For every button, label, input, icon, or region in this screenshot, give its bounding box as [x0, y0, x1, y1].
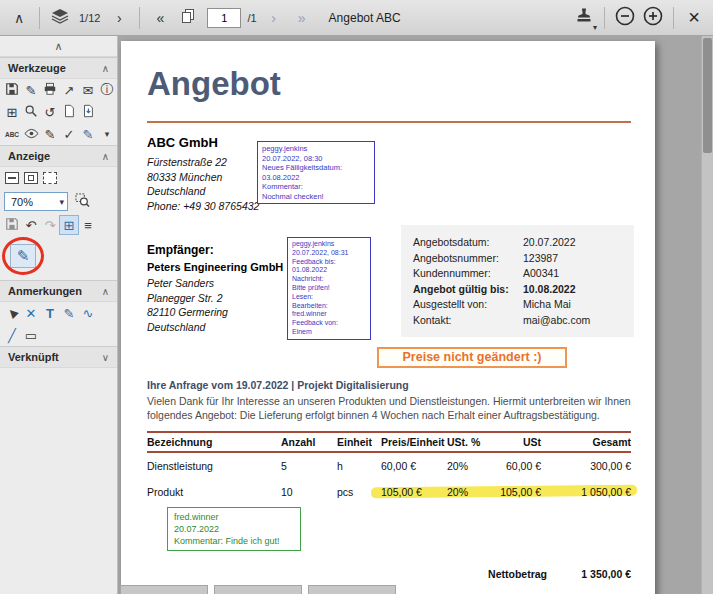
table-cell: Dienstleistung: [147, 460, 281, 472]
signature-button[interactable]: ✎: [79, 125, 97, 143]
more-tools-button[interactable]: ▾: [98, 125, 116, 143]
sidebar-collapse-button[interactable]: ∧: [0, 36, 117, 57]
recipient-line: Peter Sanders: [147, 276, 283, 291]
note-line: Lesen:: [292, 293, 366, 302]
zoom-out-button[interactable]: [612, 5, 638, 31]
section-header-anmerkungen[interactable]: Anmerkungen ∧: [0, 280, 117, 302]
next-annotation-button[interactable]: ›: [106, 5, 132, 31]
search-button[interactable]: [22, 103, 40, 121]
fit-width-button[interactable]: [3, 169, 21, 187]
bottom-bar-segment[interactable]: [214, 585, 302, 594]
toolbar-separator: [139, 7, 140, 29]
undo-button[interactable]: ↶: [22, 216, 40, 234]
panels-button[interactable]: [47, 5, 73, 31]
page-button[interactable]: [60, 103, 78, 121]
pen-icon: ✎: [64, 306, 75, 321]
info-value: 10.08.2022: [523, 282, 576, 298]
page-export-button[interactable]: [79, 103, 97, 121]
net-total-label: Nettobetrag: [147, 568, 547, 580]
bottom-bar-segment[interactable]: [308, 585, 396, 594]
last-page-button[interactable]: »: [289, 5, 315, 31]
chevron-right-icon: ›: [117, 10, 122, 26]
tools-row-2: ⊞ ↺: [0, 101, 117, 123]
recipient-block: Empfänger: Peters Engineering GmbH Peter…: [147, 243, 283, 334]
note-line: 03.08.2022: [262, 173, 370, 183]
section-header-werkzeuge[interactable]: Werkzeuge ∧: [0, 57, 117, 79]
text-box-annotation[interactable]: Preise nicht geändert :): [377, 347, 567, 368]
preview-button[interactable]: [22, 125, 40, 143]
stamp-button[interactable]: ▾: [571, 5, 597, 31]
toolbar-separator: [673, 7, 674, 29]
text-annotation-button[interactable]: T: [41, 304, 59, 322]
line-icon: ╱: [8, 328, 16, 343]
edit-annotation-tool[interactable]: ✎: [10, 244, 36, 268]
view-row-1: [0, 167, 117, 189]
note-line: Kommentar:: [262, 182, 370, 192]
comment-annotation-green[interactable]: fred.winner 20.07.2022 Kommentar: Finde …: [167, 507, 301, 551]
section-label: Verknüpft: [8, 351, 59, 363]
edit-button[interactable]: ✎: [22, 81, 40, 99]
rotate-button[interactable]: ↺: [41, 103, 59, 121]
empty-cell: [98, 216, 116, 234]
offer-table: Bezeichnung Anzahl Einheit Preis/Einheit…: [147, 431, 631, 505]
bottom-bar: [120, 585, 396, 594]
info-label: Angebot gültig bis:: [413, 282, 523, 298]
export-arrow-icon: ↗: [64, 83, 75, 98]
collapse-toolbar-button[interactable]: ∧: [6, 5, 32, 31]
zoom-in-button[interactable]: [640, 5, 666, 31]
tile-view-button[interactable]: ⊞: [3, 103, 21, 121]
document-viewer: Angebot ABC GmbH Fürstenstraße 22 80333 …: [118, 36, 713, 594]
redo-button[interactable]: ↷: [41, 216, 59, 234]
select-tool-button[interactable]: ▶: [3, 304, 21, 322]
pen-annotation-button[interactable]: ✎: [60, 304, 78, 322]
sticky-note-annotation-2[interactable]: peggy.jenkins 20.07.2022, 08:31 Feedback…: [287, 237, 371, 340]
print-button[interactable]: [41, 81, 59, 99]
note-line: Nachricht:: [292, 275, 366, 284]
zoom-select[interactable]: 70% ▾: [4, 192, 68, 211]
chevron-up-icon: ∧: [102, 286, 109, 297]
table-cell: 20%: [447, 460, 497, 472]
offer-info-box: Angebotsdatum: 20.07.2022 Angebotsnummer…: [401, 225, 634, 337]
left-sidebar: ∧ Werkzeuge ∧ ✎ ↗ ✉ ⓘ ⊞ ↺ ABC: [0, 36, 118, 594]
bottom-bar-segment[interactable]: [120, 585, 208, 594]
info-button[interactable]: ⓘ: [98, 81, 116, 99]
snap-grid-button[interactable]: ⊞: [60, 216, 78, 234]
sticky-note-annotation-1[interactable]: peggy.jenkins 20.07.2022, 08:30 Neues Fä…: [257, 141, 375, 204]
sender-line: Deutschland: [147, 184, 259, 199]
close-icon: ×: [688, 6, 700, 29]
fit-visible-button[interactable]: [41, 169, 59, 187]
rectangle-annotation-button[interactable]: ▭: [22, 326, 40, 344]
margins-button[interactable]: ≡: [79, 216, 97, 234]
page-number-input[interactable]: [207, 8, 241, 28]
zoom-area-icon: [75, 193, 90, 211]
section-header-anzeige[interactable]: Anzeige ∧: [0, 145, 117, 167]
view-row-2: ↶ ↷ ⊞ ≡: [0, 214, 117, 236]
empty-cell: [79, 326, 97, 344]
fit-page-button[interactable]: [22, 169, 40, 187]
scrollbar-thumb[interactable]: [703, 38, 712, 153]
envelope-icon: ✉: [83, 83, 94, 98]
line-annotation-button[interactable]: ╱: [3, 326, 21, 344]
note-line: 20.07.2022, 08:31: [292, 249, 366, 258]
delete-annotation-button[interactable]: ✕: [22, 304, 40, 322]
first-page-button[interactable]: «: [147, 5, 173, 31]
caret-down-icon: ▾: [593, 23, 597, 32]
close-button[interactable]: ×: [681, 5, 707, 31]
copy-page-button[interactable]: [175, 5, 201, 31]
freehand-annotation-button[interactable]: ∿: [79, 304, 97, 322]
document-heading: Angebot: [147, 65, 281, 103]
pdf-page: Angebot ABC GmbH Fürstenstraße 22 80333 …: [121, 41, 655, 594]
section-header-verknuepft[interactable]: Verknüpft ∨: [0, 346, 117, 368]
export-button[interactable]: ↗: [60, 81, 78, 99]
next-page-button[interactable]: ›: [261, 5, 287, 31]
email-button[interactable]: ✉: [79, 81, 97, 99]
save-view-button[interactable]: [3, 216, 21, 234]
note-line: Neues Fälligkeitsdatum:: [262, 163, 370, 173]
approve-button[interactable]: ✓: [60, 125, 78, 143]
grid-icon: ⊞: [7, 105, 18, 120]
vertical-scrollbar[interactable]: [701, 36, 713, 594]
highlighter-button[interactable]: ✎: [41, 125, 59, 143]
zoom-area-button[interactable]: [73, 193, 91, 211]
save-button[interactable]: [3, 81, 21, 99]
spellcheck-button[interactable]: ABC: [3, 125, 21, 143]
